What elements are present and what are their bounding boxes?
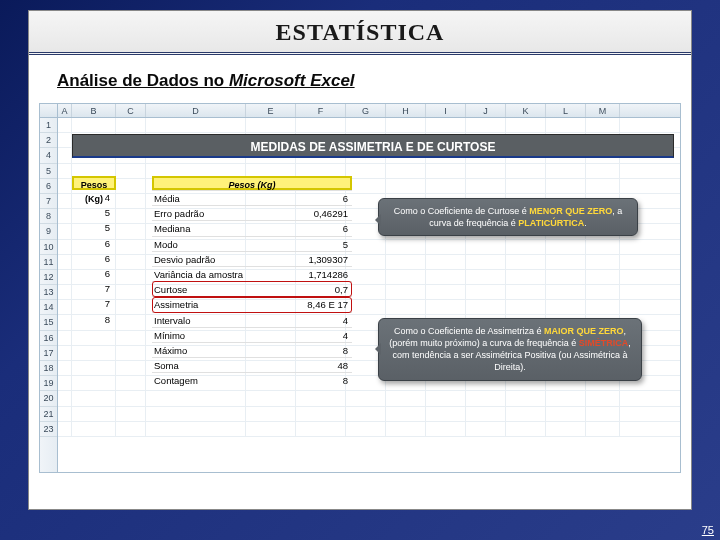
- stats-table: Pesos (Kg) Média6Erro padrão0,46291Media…: [152, 176, 352, 387]
- row-header: 4: [40, 148, 57, 163]
- callout-highlight: MENOR QUE ZERO: [529, 206, 612, 216]
- col-header: J: [466, 104, 506, 117]
- pesos-value: 6: [72, 251, 116, 266]
- pesos-value: 5: [72, 220, 116, 235]
- col-header: L: [546, 104, 586, 117]
- callout-highlight: SIMÉTRICA: [579, 338, 629, 348]
- stat-label: Modo: [152, 237, 262, 251]
- slide-title: ESTATÍSTICA: [29, 11, 691, 55]
- row-header: 5: [40, 164, 57, 179]
- pesos-value: 6: [72, 266, 116, 281]
- stat-label: Intervalo: [152, 313, 262, 327]
- stat-label: Média: [152, 191, 262, 205]
- stat-label: Assimetria: [152, 297, 262, 311]
- row-header: 20: [40, 391, 57, 406]
- row-header: 14: [40, 300, 57, 315]
- row-header: 6: [40, 179, 57, 194]
- col-header: A: [58, 104, 72, 117]
- stat-value: 1,714286: [262, 267, 352, 281]
- stat-label: Mínimo: [152, 328, 262, 342]
- callout-text: Como o Coeficiente de Curtose é: [394, 206, 530, 216]
- row-header: 1: [40, 118, 57, 133]
- stat-value: 8: [262, 343, 352, 357]
- pesos-value: 8: [72, 312, 116, 327]
- pesos-value: 6: [72, 236, 116, 251]
- stat-row: Intervalo4: [152, 312, 352, 327]
- row-header: 19: [40, 376, 57, 391]
- stat-row: Máximo8: [152, 342, 352, 357]
- col-header: E: [246, 104, 296, 117]
- row-header: 10: [40, 240, 57, 255]
- stat-value: 48: [262, 358, 352, 372]
- col-header: M: [586, 104, 620, 117]
- row-header: 15: [40, 315, 57, 330]
- row-header: 16: [40, 331, 57, 346]
- row-header: 21: [40, 407, 57, 422]
- pesos-value: 7: [72, 281, 116, 296]
- subtitle-text: Análise de Dados no: [57, 71, 229, 90]
- stat-value: 5: [262, 237, 352, 251]
- stat-row: Mediana6: [152, 220, 352, 235]
- row-header: 12: [40, 270, 57, 285]
- row-header: 13: [40, 285, 57, 300]
- stat-row: Desvio padrão1,309307: [152, 251, 352, 266]
- stat-row: Mínimo4: [152, 327, 352, 342]
- callout-text: .: [584, 218, 587, 228]
- stat-label: Erro padrão: [152, 206, 262, 220]
- stat-value: 8: [262, 373, 352, 387]
- pesos-header: Pesos (Kg): [72, 176, 116, 190]
- stat-label: Desvio padrão: [152, 252, 262, 266]
- row-header: 11: [40, 255, 57, 270]
- stat-label: Mediana: [152, 221, 262, 235]
- row-header: 8: [40, 209, 57, 224]
- sheet-banner: MEDIDAS DE ASSIMETRIA E DE CURTOSE: [72, 134, 674, 158]
- row-header: 9: [40, 224, 57, 239]
- stat-label: Curtose: [152, 282, 262, 296]
- stat-row: Modo5: [152, 236, 352, 251]
- col-header: B: [72, 104, 116, 117]
- row-header: 2: [40, 133, 57, 148]
- subtitle-emphasis: Microsoft Excel: [229, 71, 355, 90]
- pesos-value: 5: [72, 205, 116, 220]
- stat-value: 4: [262, 313, 352, 327]
- stat-value: 0,7: [262, 282, 352, 296]
- excel-screenshot: ABCDEFGHIJKLM 12456789101112131415161718…: [39, 103, 681, 473]
- stat-row: Soma48: [152, 357, 352, 372]
- slide-subtitle: Análise de Dados no Microsoft Excel: [29, 55, 691, 99]
- stat-value: 4: [262, 328, 352, 342]
- stat-row: Média6: [152, 190, 352, 205]
- col-header: C: [116, 104, 146, 117]
- stat-label: Contagem: [152, 373, 262, 387]
- callout-highlight: PLATICÚRTICA: [518, 218, 584, 228]
- column-headers: ABCDEFGHIJKLM: [40, 104, 680, 118]
- stat-row: Contagem8: [152, 372, 352, 387]
- callout-assimetria: Como o Coeficiente de Assimetriza é MAIO…: [378, 318, 642, 381]
- page-number: 75: [702, 524, 714, 536]
- stat-value: 6: [262, 191, 352, 205]
- row-header: 23: [40, 422, 57, 437]
- stat-row: Curtose0,7: [152, 281, 352, 296]
- stats-header: Pesos (Kg): [152, 176, 352, 190]
- col-header: D: [146, 104, 246, 117]
- cell-grid: MEDIDAS DE ASSIMETRIA E DE CURTOSE Pesos…: [58, 118, 680, 472]
- stat-value: 1,309307: [262, 252, 352, 266]
- col-header: I: [426, 104, 466, 117]
- pesos-table: Pesos (Kg) 455666778: [72, 176, 116, 327]
- col-header: K: [506, 104, 546, 117]
- stat-row: Assimetria8,46 E 17: [152, 296, 352, 311]
- stat-row: Variância da amostra1,714286: [152, 266, 352, 281]
- row-header: 17: [40, 346, 57, 361]
- pesos-value: 7: [72, 296, 116, 311]
- callout-text: Como o Coeficiente de Assimetriza é: [394, 326, 544, 336]
- stat-label: Soma: [152, 358, 262, 372]
- stat-label: Máximo: [152, 343, 262, 357]
- col-header: F: [296, 104, 346, 117]
- corner-cell: [40, 104, 58, 117]
- stat-value: 6: [262, 221, 352, 235]
- col-header: H: [386, 104, 426, 117]
- stat-row: Erro padrão0,46291: [152, 205, 352, 220]
- slide: ESTATÍSTICA Análise de Dados no Microsof…: [28, 10, 692, 510]
- row-header: 7: [40, 194, 57, 209]
- stat-value: 8,46 E 17: [262, 297, 352, 311]
- callout-highlight: MAIOR QUE ZERO: [544, 326, 624, 336]
